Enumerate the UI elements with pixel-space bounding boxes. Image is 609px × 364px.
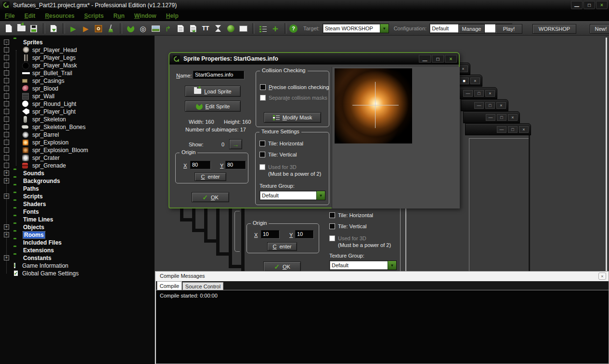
tile-vertical-checkbox[interactable] (329, 223, 335, 229)
tree-item-fonts[interactable]: Fonts (0, 208, 154, 216)
tree-item-spr-skeleton-bones[interactable]: spr_Skeleton_Bones (0, 123, 154, 131)
center-button[interactable]: Center (267, 242, 297, 251)
create-font-icon[interactable]: TT (200, 23, 211, 34)
ok-button[interactable]: ✓ OK (192, 192, 229, 202)
tree-item-included-files[interactable]: Included Files (0, 239, 154, 247)
create-timeline-icon[interactable] (212, 23, 224, 34)
menu-item-run[interactable]: Run (113, 13, 124, 19)
create-background-icon[interactable] (150, 23, 161, 34)
restore-icon[interactable]: ■ (459, 78, 469, 84)
expand-icon[interactable] (4, 63, 9, 68)
create-room-icon[interactable] (237, 23, 249, 34)
tree-item-time-lines[interactable]: Time Lines (0, 216, 154, 223)
close-icon[interactable]: × (470, 78, 480, 84)
expand-icon[interactable]: + (4, 255, 9, 260)
origin-x-input[interactable]: 80 (190, 161, 210, 169)
expand-icon[interactable] (4, 93, 9, 99)
cascaded-window-titlebar[interactable]: — □ × (461, 99, 508, 111)
expand-icon[interactable] (4, 117, 9, 122)
menu-item-scripts[interactable]: Scripts (84, 13, 104, 19)
menu-item-resources[interactable]: Resources (45, 13, 74, 19)
new-file-icon[interactable] (3, 23, 14, 34)
sprite-preview-image[interactable] (335, 68, 412, 143)
tile-horizontal-checkbox[interactable] (259, 141, 265, 146)
run-debug-icon[interactable]: ▶ (80, 23, 91, 34)
compile-panel-header[interactable]: Compile Messages × (156, 272, 609, 282)
maximize-icon[interactable]: □ (485, 102, 495, 109)
origin-y-input[interactable]: 10 (295, 230, 313, 238)
maximize-icon[interactable]: □ (497, 114, 506, 121)
expand-icon[interactable]: + (4, 224, 9, 230)
tree-item-extensions[interactable]: Extensions (0, 247, 154, 254)
tab-compile[interactable]: Compile (157, 281, 182, 290)
tree-item-constants[interactable]: +Constants (0, 254, 154, 262)
tree-item-spr-player-light[interactable]: spr_Player_Light (0, 108, 154, 116)
tree-item-spr-round-light[interactable]: spr_Round_Light (0, 100, 154, 108)
close-button[interactable]: × (445, 55, 457, 63)
close-icon[interactable]: × (508, 114, 518, 121)
create-path-icon[interactable]: ↱ (162, 23, 174, 34)
minimize-icon[interactable]: — (497, 126, 506, 133)
menu-item-edit[interactable]: Edit (25, 13, 36, 19)
load-sprite-button[interactable]: Load Sprite (185, 86, 241, 97)
tree-item-global-game-settings[interactable]: ✓Global Game Settings (0, 270, 154, 277)
create-sprite-icon[interactable] (125, 23, 136, 34)
maximize-icon[interactable]: □ (508, 126, 518, 133)
clean-cache-icon[interactable] (105, 23, 117, 34)
expand-icon[interactable]: + (4, 232, 9, 237)
cascaded-window-titlebar[interactable]: — □ × (463, 111, 520, 123)
maximize-button[interactable]: □ (583, 1, 595, 9)
close-panel-button[interactable]: × (598, 273, 606, 280)
sprite-name-input[interactable]: StartGames.info (193, 71, 244, 79)
run-game-icon[interactable]: ▶ (67, 23, 79, 34)
collapse-icon[interactable]: - (4, 39, 9, 45)
minimize-button[interactable]: — (571, 1, 583, 9)
tree-item-spr-grenade[interactable]: spr_Grenade (0, 162, 154, 169)
minimize-icon[interactable]: — (486, 114, 495, 121)
tree-item-sounds[interactable]: +Sounds (0, 169, 154, 177)
tree-item-spr-crater[interactable]: spr_Crater (0, 154, 154, 162)
ok-button[interactable]: ✓ OK (263, 261, 301, 272)
new-button[interactable]: New! (590, 24, 609, 34)
close-icon[interactable]: × (485, 90, 495, 97)
minimize-button[interactable]: — (419, 55, 431, 63)
center-button[interactable]: Center (194, 172, 226, 181)
minimize-icon[interactable]: — (474, 102, 484, 109)
create-executable-icon[interactable] (48, 23, 59, 34)
menu-item-window[interactable]: Window (134, 13, 156, 19)
expand-icon[interactable]: + (4, 178, 9, 183)
texture-group-dropdown[interactable]: Default ▼ (259, 191, 325, 200)
expand-icon[interactable] (4, 70, 9, 76)
tree-item-scripts[interactable]: +Scripts (0, 193, 154, 200)
open-project-icon[interactable] (15, 23, 27, 34)
tree-item-spr-player-head[interactable]: spr_Player_Head (0, 46, 154, 54)
tree-item-spr-player-mask[interactable]: spr_Player_Mask (0, 62, 154, 69)
expand-icon[interactable] (4, 132, 9, 137)
cascaded-window-titlebar[interactable]: ■ × (457, 75, 482, 87)
close-button[interactable]: × (596, 1, 608, 9)
close-icon[interactable]: × (458, 65, 468, 72)
play-button[interactable]: Play! (495, 24, 522, 34)
expand-icon[interactable] (4, 109, 9, 114)
close-icon[interactable]: × (519, 126, 529, 133)
maximize-button[interactable]: □ (432, 55, 444, 63)
tree-item-spr-explosion-bloom[interactable]: spr_Explosion_Bloom (0, 146, 154, 154)
tree-item-objects[interactable]: +Objects (0, 223, 154, 231)
create-object-icon[interactable] (225, 23, 236, 34)
workshop-button[interactable]: WORKSHOP (532, 24, 576, 34)
add-resource-icon[interactable]: + (270, 23, 281, 34)
origin-y-input[interactable]: 80 (225, 161, 246, 169)
instance-list-icon[interactable] (257, 23, 269, 34)
tree-item-spr-casings[interactable]: spr_Casings (0, 77, 154, 85)
close-icon[interactable]: × (496, 102, 506, 109)
dialog-title-bar[interactable]: Sprite Properties: StartGames.info — □ × (169, 53, 459, 65)
tree-item-spr-bullet-trail[interactable]: spr_Bullet_Trail (0, 69, 154, 77)
tree-item-rooms[interactable]: +Rooms (0, 231, 154, 239)
expand-icon[interactable]: + (4, 194, 9, 199)
expand-icon[interactable] (4, 163, 9, 168)
expand-icon[interactable] (4, 124, 9, 130)
edit-sprite-button[interactable]: Edit Sprite (185, 101, 241, 112)
expand-icon[interactable] (4, 140, 9, 145)
cascaded-window-titlebar[interactable]: — □ × (459, 87, 497, 99)
expand-icon[interactable] (4, 86, 9, 91)
